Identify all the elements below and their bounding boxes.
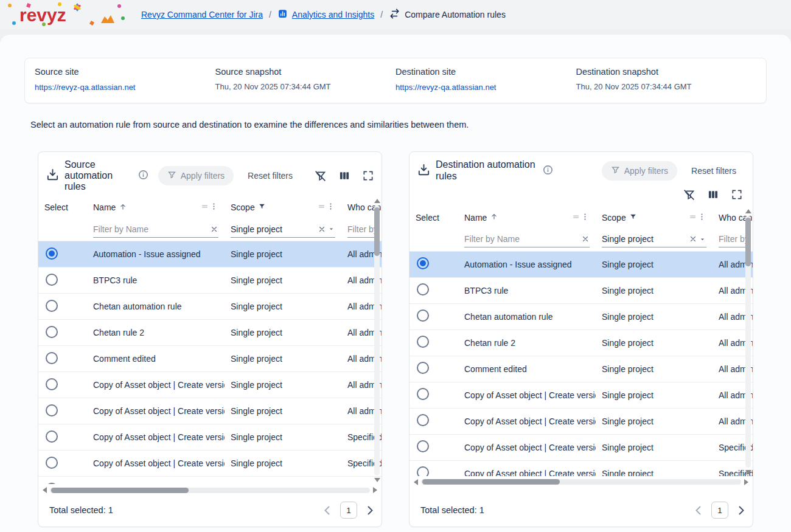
row-radio[interactable] (46, 274, 58, 286)
who-filter-input[interactable] (719, 234, 747, 244)
who-filter-input[interactable] (347, 224, 375, 234)
vertical-scroll-track[interactable] (374, 206, 380, 475)
fullscreen-icon[interactable] (362, 170, 374, 182)
table-row[interactable]: Copy of Asset object | Create version Si… (38, 372, 382, 398)
disable-filters-icon[interactable] (314, 170, 327, 182)
vertical-scrollbar[interactable] (374, 199, 380, 482)
column-header-scope[interactable]: Scope (596, 212, 713, 223)
table-row[interactable]: Copy of Asset object | Create version Si… (409, 435, 753, 461)
horizontal-scroll-track[interactable] (421, 479, 741, 485)
vertical-scroll-track[interactable] (745, 216, 751, 468)
table-row[interactable]: Chetan automation rule Single project Al… (409, 304, 753, 330)
apply-filters-button[interactable]: Apply filters (158, 166, 234, 185)
horizontal-scrollbar[interactable] (38, 486, 382, 494)
table-row[interactable]: BTPC3 rule Single project All admins (38, 268, 382, 294)
destination-site-link[interactable]: https://revyz-qa.atlassian.net (396, 83, 496, 92)
scroll-up-arrow[interactable] (745, 209, 751, 213)
next-page-icon[interactable] (739, 506, 744, 515)
row-radio[interactable] (46, 352, 58, 364)
row-radio[interactable] (46, 378, 58, 390)
name-filter-input[interactable] (93, 224, 209, 234)
row-radio[interactable] (46, 326, 58, 338)
name-filter-input[interactable] (464, 234, 580, 244)
column-menu-icon[interactable] (209, 202, 218, 213)
active-filter-icon[interactable] (629, 213, 637, 223)
row-radio[interactable] (417, 362, 429, 374)
column-menu-icon[interactable] (326, 202, 335, 213)
horizontal-scroll-thumb[interactable] (422, 479, 560, 485)
column-header-scope[interactable]: Scope (225, 202, 341, 213)
active-filter-icon[interactable] (258, 202, 266, 212)
vertical-scroll-thumb[interactable] (374, 207, 380, 256)
row-radio[interactable] (417, 257, 429, 269)
table-row[interactable]: Chetan rule 2 Single project All admins (38, 320, 382, 346)
table-row[interactable]: Copy of Asset object | Create version Si… (38, 451, 382, 477)
table-row[interactable]: Comment edited Single project All admins (38, 346, 382, 372)
table-row[interactable]: Copy of Asset object | Create version Si… (409, 461, 753, 476)
column-header-name[interactable]: Name (458, 212, 596, 223)
table-row[interactable]: Automation - Issue assigned Single proje… (38, 241, 382, 268)
table-row[interactable]: Comment edited Single project All admins (409, 356, 753, 382)
scroll-down-arrow[interactable] (374, 478, 380, 482)
row-radio[interactable] (417, 309, 429, 322)
table-row[interactable]: BTPC3 rule Single project All admins (409, 278, 753, 304)
table-row[interactable]: Automation - Issue assigned Single proje… (409, 252, 753, 278)
row-radio[interactable] (46, 247, 58, 260)
scroll-up-arrow[interactable] (374, 199, 380, 203)
table-row[interactable]: Chetan automation rule Single project Al… (38, 294, 382, 320)
horizontal-scroll-thumb[interactable] (51, 488, 189, 493)
scroll-down-arrow[interactable] (745, 470, 751, 474)
reset-filters-button[interactable]: Reset filters (239, 166, 302, 185)
row-radio[interactable] (46, 457, 58, 469)
row-radio[interactable] (46, 430, 58, 443)
table-row[interactable]: Copy of Asset object | Create version Si… (409, 409, 753, 435)
row-radio[interactable] (417, 466, 429, 476)
manage-columns-icon[interactable] (707, 188, 719, 201)
source-site-link[interactable]: https://revyz-qa.atlassian.net (35, 83, 135, 92)
table-row[interactable]: Chetan rule 2 Single project All admins (409, 330, 753, 356)
sort-ascending-icon[interactable] (490, 212, 498, 223)
column-separator-icon[interactable] (318, 202, 326, 212)
previous-page-icon[interactable] (695, 506, 701, 515)
row-radio[interactable] (417, 283, 429, 295)
table-row[interactable]: Copy of Asset object | Create version Si… (38, 398, 382, 424)
revyz-logo[interactable]: revyz (4, 1, 125, 28)
next-page-icon[interactable] (368, 506, 373, 515)
horizontal-scrollbar[interactable] (409, 478, 753, 486)
disable-filters-icon[interactable] (683, 188, 695, 201)
scope-filter-value[interactable]: Single project (231, 224, 316, 234)
column-menu-icon[interactable] (580, 212, 590, 223)
vertical-scrollbar[interactable] (745, 209, 751, 474)
manage-columns-icon[interactable] (338, 170, 350, 182)
horizontal-scroll-track[interactable] (50, 488, 370, 493)
info-icon[interactable] (543, 165, 553, 177)
reset-filters-button[interactable]: Reset filters (682, 161, 745, 181)
breadcrumb-link-command-center[interactable]: Revyz Command Center for Jira (141, 10, 263, 19)
previous-page-icon[interactable] (324, 506, 330, 515)
clear-name-filter-icon[interactable] (210, 225, 218, 233)
table-row[interactable]: Copy of Asset object | Create version Si… (409, 382, 753, 409)
column-separator-icon[interactable] (201, 202, 209, 212)
vertical-scroll-thumb[interactable] (745, 218, 751, 266)
scope-filter-value[interactable]: Single project (602, 234, 688, 244)
row-radio[interactable] (46, 404, 58, 416)
current-page-button[interactable]: 1 (340, 502, 357, 519)
scroll-right-arrow[interactable] (373, 487, 377, 493)
row-radio[interactable] (417, 440, 429, 452)
clear-name-filter-icon[interactable] (581, 235, 590, 243)
table-row[interactable]: Copy of Asset object | Create version Si… (38, 424, 382, 451)
scroll-left-arrow[interactable] (43, 487, 47, 493)
sort-ascending-icon[interactable] (119, 202, 127, 213)
column-menu-icon[interactable] (697, 212, 706, 223)
table-row[interactable]: Copy of Asset object | Create version Si… (38, 477, 382, 484)
column-separator-icon[interactable] (689, 213, 697, 223)
info-icon[interactable] (138, 170, 148, 182)
clear-scope-filter-icon[interactable] (689, 235, 697, 243)
row-radio[interactable] (417, 414, 429, 426)
scroll-right-arrow[interactable] (744, 479, 748, 485)
fullscreen-icon[interactable] (731, 188, 743, 201)
row-radio[interactable] (46, 483, 58, 485)
column-header-name[interactable]: Name (87, 202, 225, 213)
scope-dropdown-caret-icon[interactable] (699, 235, 706, 243)
row-radio[interactable] (417, 336, 429, 348)
